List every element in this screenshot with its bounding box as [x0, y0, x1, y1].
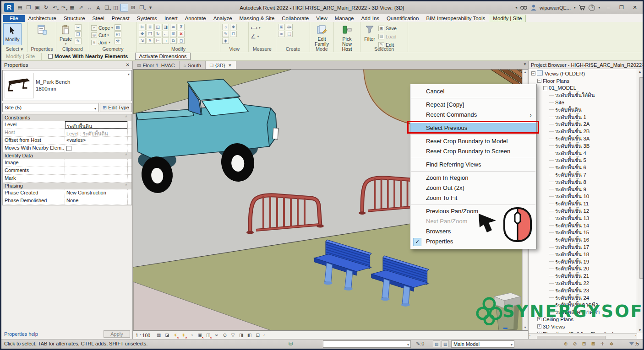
- shadows-icon[interactable]: ☀: [180, 332, 187, 339]
- menu-item-find-referring-views[interactable]: Find Referring Views: [410, 160, 536, 170]
- browser-tree-item[interactable]: 01_MODEL: [529, 85, 637, 92]
- render-icon[interactable]: ❖: [230, 24, 237, 30]
- browser-tree-item[interactable]: ระดับพื้นชั้น 8: [529, 178, 637, 186]
- type-selector-dropdown-icon[interactable]: ▾: [128, 72, 130, 76]
- prop-row-comments[interactable]: Comments: [3, 167, 131, 175]
- rotate-icon[interactable]: ↻: [154, 31, 161, 37]
- tree-expander-icon[interactable]: [549, 283, 554, 284]
- ribbon-tab[interactable]: Precast: [108, 15, 133, 22]
- tree-expander-icon[interactable]: [549, 95, 554, 96]
- visual-style-icon[interactable]: ◪: [164, 332, 170, 339]
- tree-expander-icon[interactable]: [549, 139, 554, 139]
- split-face-icon[interactable]: ◱: [115, 31, 121, 38]
- pin-icon[interactable]: ⊼: [178, 24, 185, 30]
- host-panel-label[interactable]: Host: [334, 46, 360, 52]
- tree-expander-icon[interactable]: [549, 153, 554, 153]
- paint-icon[interactable]: ▧: [115, 24, 121, 31]
- crop-view-icon[interactable]: ◔: [188, 332, 195, 339]
- section-icon[interactable]: ◫: [112, 4, 120, 11]
- edit-family-button[interactable]: Edit Family: [312, 23, 332, 47]
- offset-icon[interactable]: ≣: [147, 24, 153, 30]
- properties-close-icon[interactable]: ✕: [126, 62, 130, 67]
- ribbon-tab[interactable]: View: [312, 15, 331, 22]
- switch-windows-icon[interactable]: ❐: [138, 4, 146, 11]
- create-panel-label[interactable]: Create: [276, 46, 310, 52]
- browser-tree-item[interactable]: ระดับพื้นชั้น 3A: [529, 135, 637, 142]
- view-tab-3d[interactable]: ❑ {3D} ✕: [206, 61, 236, 69]
- browser-tree-item[interactable]: Views (FOLDER): [529, 70, 637, 77]
- browser-tree-item[interactable]: ระดับพื้นชั้น 18: [529, 251, 637, 258]
- tree-expander-icon[interactable]: [549, 269, 554, 269]
- text-icon[interactable]: A: [94, 4, 102, 11]
- apply-button[interactable]: Apply: [104, 330, 130, 338]
- ribbon-tab[interactable]: Collaborate: [278, 15, 312, 22]
- ribbon-tab[interactable]: Annotate: [181, 15, 210, 22]
- collapse-arrow-icon[interactable]: ◂: [515, 5, 517, 10]
- demolish-icon[interactable]: ⚒: [115, 38, 121, 44]
- tree-expander-icon[interactable]: [549, 117, 554, 117]
- ribbon-tab[interactable]: Analyze: [210, 15, 236, 22]
- worksharing-status-icon[interactable]: ⛁: [289, 341, 295, 347]
- join-unjoin-icon[interactable]: ⧉: [170, 38, 177, 44]
- view-tab-south[interactable]: ⌂ South ✕: [180, 61, 206, 69]
- browser-tree-item[interactable]: Floor Plans: [529, 77, 637, 85]
- save-icon[interactable]: ▣: [33, 4, 41, 11]
- scroll-left-icon[interactable]: ‹: [529, 334, 531, 338]
- reveal-hidden-elements-icon[interactable]: ⊙: [221, 332, 228, 339]
- browser-tree-item[interactable]: ระดับพื้นชั้น 6: [529, 164, 637, 171]
- array-icon[interactable]: ⊞: [170, 31, 177, 37]
- browser-tree-item[interactable]: ระดับพื้นชั้น 7: [529, 171, 637, 178]
- tree-expander-icon[interactable]: [549, 182, 554, 182]
- highlight-displacement-icon[interactable]: ⊡: [254, 332, 261, 339]
- clipboard-panel-label[interactable]: Clipboard: [56, 46, 89, 52]
- edit-type-button[interactable]: Edit Type: [100, 103, 132, 112]
- browser-tree-item[interactable]: ระดับพื้นชั้น 15: [529, 229, 637, 237]
- measure-panel-label[interactable]: Measure: [249, 46, 276, 52]
- view-tab-close-icon[interactable]: ✕: [228, 63, 232, 68]
- prop-row-level[interactable]: Level ระดับพื้นดิน: [3, 121, 131, 129]
- browser-tree-item[interactable]: ระดับพื้นชั้น 11: [529, 200, 637, 207]
- prop-row-phase-demolished[interactable]: Phase Demolished None: [3, 197, 131, 205]
- tree-expander-icon[interactable]: [549, 109, 554, 110]
- tree-expander-icon[interactable]: [549, 160, 554, 161]
- copy-icon[interactable]: ❒: [147, 31, 153, 37]
- show-crop-region-icon[interactable]: ▣: [196, 332, 203, 339]
- cutaway-icon[interactable]: ⊟: [230, 31, 237, 37]
- tree-expander-icon[interactable]: [549, 124, 554, 124]
- tree-expander-icon[interactable]: [549, 131, 554, 132]
- view-tab-list-icon[interactable]: ▼: [523, 62, 527, 66]
- scroll-right-icon[interactable]: ›: [635, 334, 636, 338]
- signed-in-user[interactable]: wipawanQE...: [540, 5, 571, 11]
- sync-with-central-icon[interactable]: ↻: [42, 4, 50, 11]
- ribbon-tab[interactable]: File: [3, 15, 25, 22]
- menu-item-recent-commands[interactable]: Recent Commands: [410, 110, 536, 120]
- undo-icon[interactable]: ↶: [51, 4, 59, 11]
- browser-tree-item[interactable]: ระดับพื้นชั้น 2B: [529, 128, 637, 135]
- aligned-dimension-icon[interactable]: ↔: [86, 4, 93, 11]
- menu-item-zoom-out[interactable]: Zoom Out (2x): [410, 183, 536, 193]
- project-browser-close-icon[interactable]: ✕: [642, 62, 643, 67]
- tree-expander-icon[interactable]: [543, 86, 547, 90]
- split-icon[interactable]: ⇹: [170, 24, 177, 30]
- instance-filter-combo[interactable]: Site (5): [2, 103, 98, 112]
- editing-requests[interactable]: ✎:0: [416, 341, 424, 347]
- revit-logo-icon[interactable]: R: [4, 3, 14, 12]
- properties-toggle-button[interactable]: [35, 23, 49, 37]
- sun-path-icon[interactable]: ☀: [172, 332, 179, 339]
- property-row[interactable]: Identity Data: [3, 152, 131, 159]
- paste-button[interactable]: Paste▾: [58, 23, 73, 47]
- view-lightbulb-icon[interactable]: ☼: [222, 24, 229, 30]
- menu-item-cancel[interactable]: Cancel: [410, 86, 536, 97]
- menu-item-zoom-in-region[interactable]: Zoom In Region: [410, 173, 536, 183]
- modify-button[interactable]: Modify: [3, 23, 22, 45]
- browser-tree-item[interactable]: ระดับพื้นชั้น 4: [529, 150, 637, 157]
- property-row[interactable]: Constraints: [3, 114, 131, 121]
- tree-expander-icon[interactable]: [549, 247, 554, 248]
- show-analytical-model-icon[interactable]: ◧: [246, 332, 253, 339]
- tree-expander-icon[interactable]: [549, 240, 554, 240]
- selection-panel-label[interactable]: Selection: [360, 46, 408, 52]
- tree-expander-icon[interactable]: [549, 290, 554, 291]
- browser-tree-item[interactable]: ระดับพื้นชั้น 13: [529, 215, 637, 222]
- help-icon[interactable]: ?: [589, 5, 595, 11]
- tree-expander-icon[interactable]: [549, 232, 554, 233]
